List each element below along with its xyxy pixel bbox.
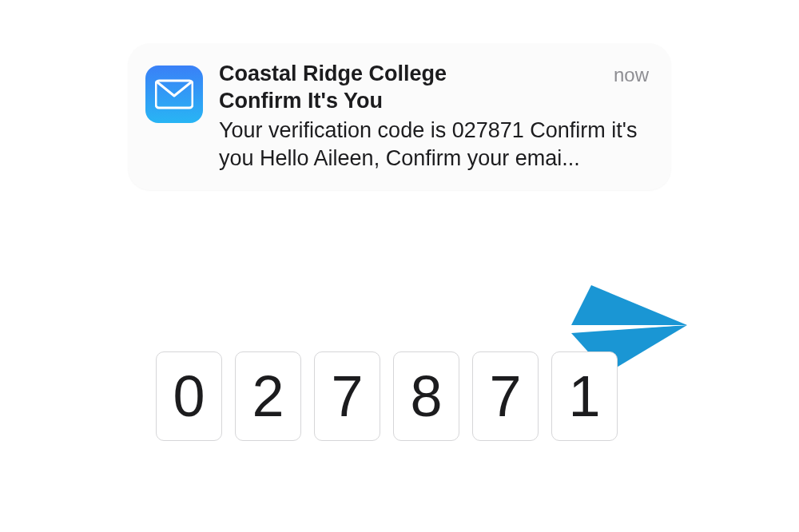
code-digit-4[interactable]: 8 [393, 351, 459, 441]
code-digit-5[interactable]: 7 [472, 351, 539, 441]
code-digit-value: 0 [173, 363, 205, 429]
notification-header-row: Coastal Ridge College Confirm It's You n… [219, 61, 649, 115]
code-digit-value: 7 [331, 363, 363, 429]
code-digit-value: 2 [252, 363, 284, 429]
mail-icon [155, 75, 193, 113]
notification-body: Your verification code is 027871 Confirm… [219, 117, 649, 173]
code-digit-value: 1 [568, 363, 600, 429]
notification-card[interactable]: Coastal Ridge College Confirm It's You n… [128, 43, 671, 190]
code-digit-value: 8 [410, 363, 442, 429]
notification-sender: Coastal Ridge College [219, 61, 447, 88]
code-digit-value: 7 [489, 363, 521, 429]
notification-subject: Confirm It's You [219, 88, 447, 115]
notification-content: Coastal Ridge College Confirm It's You n… [219, 61, 649, 173]
verification-code-input[interactable]: 0 2 7 8 7 1 [156, 351, 618, 441]
code-digit-3[interactable]: 7 [314, 351, 380, 441]
mail-app-icon [145, 66, 203, 123]
code-digit-6[interactable]: 1 [551, 351, 618, 441]
code-digit-2[interactable]: 2 [235, 351, 301, 441]
notification-titles: Coastal Ridge College Confirm It's You [219, 61, 447, 115]
notification-timestamp: now [614, 62, 649, 87]
code-digit-1[interactable]: 0 [156, 351, 222, 441]
